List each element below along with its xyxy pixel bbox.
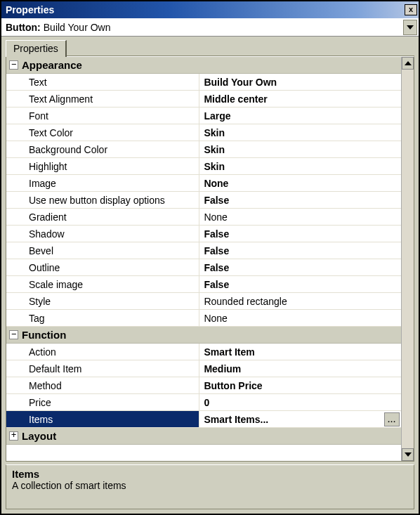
property-row[interactable]: StyleRounded rectangle: [6, 293, 401, 310]
property-name: Price: [6, 394, 199, 410]
property-value[interactable]: False: [199, 242, 401, 259]
property-value[interactable]: Skin: [199, 141, 401, 157]
property-row[interactable]: Price0: [6, 394, 401, 411]
property-value[interactable]: Smart Items......: [199, 411, 401, 427]
property-name: Outline: [6, 259, 199, 275]
property-name: Tag: [6, 310, 199, 326]
property-value[interactable]: Large: [199, 107, 401, 124]
property-value[interactable]: False: [199, 192, 401, 208]
properties-window: Properties x Button: Build Your Own Prop…: [0, 0, 420, 515]
category-name: Layout: [22, 430, 56, 442]
property-row[interactable]: TagNone: [6, 310, 401, 327]
body-area: Properties −AppearanceTextBuild Your Own…: [1, 37, 419, 514]
description-text: A collection of smart items: [12, 480, 408, 491]
object-selector[interactable]: Button: Build Your Own: [1, 18, 419, 37]
arrow-up-icon: [405, 61, 412, 65]
property-value[interactable]: Skin: [199, 124, 401, 141]
property-name: Text Alignment: [6, 91, 199, 107]
property-row[interactable]: Text AlignmentMiddle center: [6, 91, 401, 107]
property-value[interactable]: False: [199, 259, 401, 275]
category-header[interactable]: −Appearance: [6, 57, 401, 74]
property-name: Text: [6, 74, 199, 90]
property-row[interactable]: ShadowFalse: [6, 226, 401, 242]
property-row[interactable]: Use new button display optionsFalse: [6, 192, 401, 209]
category-header[interactable]: +Layout: [6, 428, 401, 445]
collapse-icon[interactable]: −: [9, 330, 18, 339]
close-button[interactable]: x: [405, 4, 417, 15]
property-value[interactable]: Rounded rectangle: [199, 293, 401, 309]
expand-icon[interactable]: +: [9, 431, 18, 441]
property-value[interactable]: Middle center: [199, 91, 401, 107]
object-selector-label: Button:: [6, 22, 41, 33]
browse-button[interactable]: ...: [384, 412, 400, 426]
property-value[interactable]: 0: [199, 394, 401, 410]
property-name: Background Color: [6, 141, 199, 157]
property-row[interactable]: Text ColorSkin: [6, 124, 401, 141]
description-title: Items: [12, 468, 408, 480]
category-header[interactable]: −Function: [6, 327, 401, 344]
property-name: Scale image: [6, 276, 199, 292]
collapse-icon[interactable]: −: [9, 60, 18, 70]
tabstrip: Properties: [6, 38, 414, 56]
property-name: Default Item: [6, 360, 199, 377]
arrow-down-icon: [405, 452, 412, 457]
property-name: Bevel: [6, 242, 199, 259]
property-row[interactable]: Background ColorSkin: [6, 141, 401, 158]
property-row[interactable]: TextBuild Your Own: [6, 74, 401, 91]
property-name: Items: [6, 411, 199, 427]
vertical-scrollbar[interactable]: [401, 57, 414, 461]
window-title: Properties: [6, 4, 54, 15]
property-row[interactable]: MethodButton Price: [6, 377, 401, 394]
property-name: Style: [6, 293, 199, 309]
property-value[interactable]: Medium: [199, 360, 401, 377]
property-name: Method: [6, 377, 199, 393]
property-row[interactable]: ItemsSmart Items......: [6, 411, 401, 428]
property-name: Action: [6, 344, 199, 360]
property-value[interactable]: None: [199, 209, 401, 225]
property-grid: −AppearanceTextBuild Your OwnText Alignm…: [6, 57, 401, 461]
property-name: Text Color: [6, 124, 199, 141]
property-value[interactable]: Skin: [199, 158, 401, 174]
property-row[interactable]: HighlightSkin: [6, 158, 401, 175]
scroll-track[interactable]: [402, 70, 414, 448]
property-grid-container: −AppearanceTextBuild Your OwnText Alignm…: [6, 56, 414, 462]
property-row[interactable]: Scale imageFalse: [6, 276, 401, 293]
property-value[interactable]: Button Price: [199, 377, 401, 393]
titlebar: Properties x: [1, 1, 419, 18]
object-selector-dropdown[interactable]: [403, 20, 417, 35]
scroll-up-button[interactable]: [402, 57, 414, 70]
description-panel: Items A collection of smart items: [6, 464, 414, 509]
tab-properties[interactable]: Properties: [6, 40, 67, 57]
property-row[interactable]: ImageNone: [6, 175, 401, 192]
property-row[interactable]: BevelFalse: [6, 242, 401, 259]
property-row[interactable]: OutlineFalse: [6, 259, 401, 276]
property-value[interactable]: False: [199, 226, 401, 242]
property-value[interactable]: None: [199, 175, 401, 191]
property-value[interactable]: Build Your Own: [199, 74, 401, 90]
property-value[interactable]: None: [199, 310, 401, 326]
property-name: Image: [6, 175, 199, 191]
object-selector-value: Build Your Own: [44, 22, 111, 33]
chevron-down-icon: [407, 25, 414, 30]
category-name: Appearance: [22, 59, 82, 71]
property-row[interactable]: ActionSmart Item: [6, 344, 401, 360]
property-value[interactable]: Smart Item: [199, 344, 401, 360]
property-name: Font: [6, 107, 199, 124]
property-name: Use new button display options: [6, 192, 199, 208]
property-row[interactable]: FontLarge: [6, 107, 401, 124]
property-name: Highlight: [6, 158, 199, 174]
scroll-down-button[interactable]: [402, 448, 414, 461]
property-name: Shadow: [6, 226, 199, 242]
property-row[interactable]: GradientNone: [6, 209, 401, 226]
property-name: Gradient: [6, 209, 199, 225]
property-row[interactable]: Default ItemMedium: [6, 360, 401, 377]
property-value[interactable]: False: [199, 276, 401, 292]
category-name: Function: [22, 329, 66, 341]
